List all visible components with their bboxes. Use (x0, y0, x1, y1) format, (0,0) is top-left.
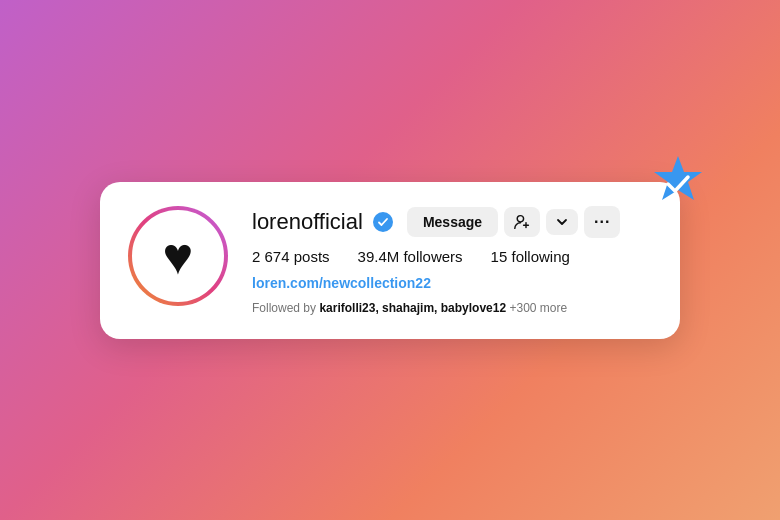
verified-star-icon (646, 152, 710, 216)
followed-by-users: karifolli23, shahajim, babylove12 (319, 301, 506, 315)
profile-info: lorenofficial Message (252, 206, 652, 315)
stats-row: 2 674 posts 39.4M followers 15 following (252, 248, 652, 265)
posts-stat: 2 674 posts (252, 248, 330, 265)
followed-by: Followed by karifolli23, shahajim, babyl… (252, 301, 652, 315)
avatar-heart-icon: ♥ (163, 230, 194, 282)
avatar-ring[interactable]: ♥ (128, 206, 228, 306)
more-button[interactable]: ··· (584, 206, 620, 238)
svg-point-0 (517, 215, 523, 221)
profile-card: ♥ lorenofficial Message (100, 182, 680, 339)
profile-link[interactable]: loren.com/newcollection22 (252, 275, 652, 291)
avatar: ♥ (132, 210, 224, 302)
followed-by-prefix: Followed by (252, 301, 319, 315)
person-add-icon (514, 214, 530, 230)
profile-header: lorenofficial Message (252, 206, 652, 238)
chevron-button[interactable] (546, 209, 578, 235)
username: lorenofficial (252, 209, 363, 235)
verified-badge (373, 212, 393, 232)
chevron-down-icon (556, 216, 568, 228)
action-buttons: Message ··· (407, 206, 621, 238)
big-verified-badge (646, 152, 710, 216)
svg-marker-3 (654, 156, 702, 200)
followers-stat: 39.4M followers (358, 248, 463, 265)
person-add-button[interactable] (504, 207, 540, 237)
following-stat: 15 following (491, 248, 570, 265)
profile-card-wrapper: ♥ lorenofficial Message (100, 182, 680, 339)
message-button[interactable]: Message (407, 207, 498, 237)
followed-by-suffix: +300 more (506, 301, 567, 315)
